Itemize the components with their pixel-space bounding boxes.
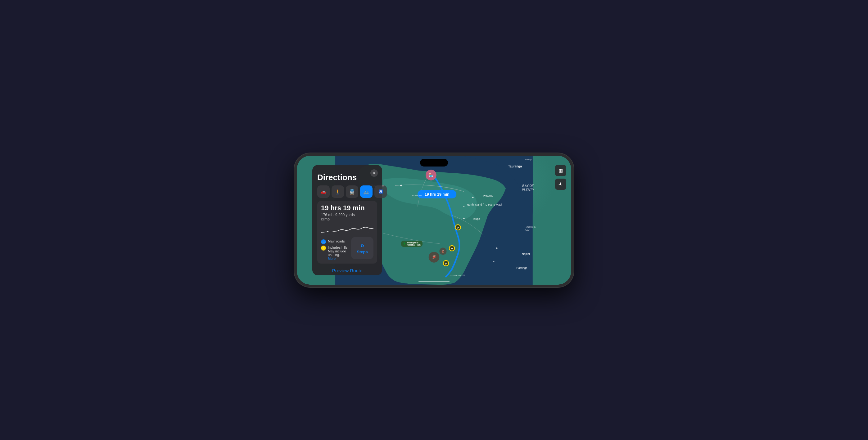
map-layers-icon: ▦ bbox=[559, 168, 563, 173]
location-button[interactable]: ➤ bbox=[555, 179, 566, 190]
route-details: 🚲 Main roads ! Includes hills. May inclu… bbox=[321, 239, 349, 261]
panel-title: Directions bbox=[317, 173, 377, 182]
volume-up-button[interactable] bbox=[294, 187, 294, 205]
transport-accessible-button[interactable]: ♿ bbox=[374, 185, 387, 198]
road-type-row: 🚲 Main roads bbox=[321, 239, 349, 244]
directions-panel: × Directions 🚗 🚶 🚆 🚲 ♿ bbox=[312, 165, 382, 275]
transport-modes: 🚗 🚶 🚆 🚲 ♿ bbox=[317, 185, 377, 198]
svg-point-1 bbox=[400, 184, 402, 187]
route-distance: 176 mi · 9,290 yards climb bbox=[321, 213, 373, 222]
car-icon: 🚗 bbox=[320, 189, 327, 195]
svg-point-4 bbox=[463, 217, 465, 219]
transport-car-button[interactable]: 🚗 bbox=[317, 185, 330, 198]
svg-point-6 bbox=[493, 261, 495, 262]
close-button[interactable]: × bbox=[370, 169, 378, 177]
volume-down-button[interactable] bbox=[294, 208, 294, 224]
svg-text:🏪: 🏪 bbox=[428, 173, 433, 178]
svg-text:➤: ➤ bbox=[451, 247, 453, 250]
svg-point-3 bbox=[463, 206, 464, 207]
route-time: 19 hrs 19 min bbox=[321, 204, 373, 212]
route-info-box: 19 hrs 19 min 176 mi · 9,290 yards climb bbox=[317, 201, 377, 264]
walk-icon: 🚶 bbox=[335, 189, 341, 195]
steps-label: Steps bbox=[357, 249, 368, 254]
transport-bike-button[interactable]: 🚲 bbox=[360, 185, 373, 198]
screen: ➤ ➤ ➤ 🏪 🌋 🌋 👤 bbox=[297, 156, 571, 285]
svg-text:➤: ➤ bbox=[445, 262, 447, 265]
close-icon: × bbox=[373, 171, 375, 175]
power-button[interactable] bbox=[574, 196, 574, 221]
transport-transit-button[interactable]: 🚆 bbox=[346, 185, 358, 198]
svg-text:🌋: 🌋 bbox=[432, 255, 436, 260]
national-park-badge: 🌲 WhanganuiNational Park bbox=[401, 241, 423, 247]
steps-button[interactable]: » Steps bbox=[351, 237, 373, 259]
warning-icon: ! bbox=[321, 245, 326, 250]
phone-frame: ➤ ➤ ➤ 🏪 🌋 🌋 👤 bbox=[294, 153, 574, 287]
steps-arrows-icon: » bbox=[361, 242, 364, 249]
svg-text:19 hrs 19 min: 19 hrs 19 min bbox=[425, 192, 450, 197]
bike-route-icon: 🚲 bbox=[321, 239, 326, 244]
action-button[interactable] bbox=[294, 174, 294, 183]
dynamic-island bbox=[420, 159, 448, 167]
elevation-chart bbox=[321, 224, 373, 235]
transport-walk-button[interactable]: 🚶 bbox=[332, 185, 344, 198]
svg-point-5 bbox=[496, 247, 498, 249]
svg-text:🌋: 🌋 bbox=[441, 249, 444, 253]
map-layers-button[interactable]: ▦ bbox=[555, 165, 566, 176]
more-link[interactable]: More bbox=[328, 257, 336, 261]
svg-text:➤: ➤ bbox=[457, 226, 459, 229]
location-icon: ➤ bbox=[558, 181, 564, 187]
accessible-icon: ♿ bbox=[378, 190, 383, 194]
preview-route-button[interactable]: Preview Route bbox=[317, 267, 377, 274]
transit-icon: 🚆 bbox=[349, 189, 355, 195]
warning-row: ! Includes hills. May include un...ing. … bbox=[321, 245, 349, 261]
home-indicator bbox=[418, 281, 450, 282]
route-actions-row: 🚲 Main roads ! Includes hills. May inclu… bbox=[321, 237, 373, 261]
svg-point-2 bbox=[472, 197, 474, 198]
bike-icon: 🚲 bbox=[363, 189, 369, 195]
